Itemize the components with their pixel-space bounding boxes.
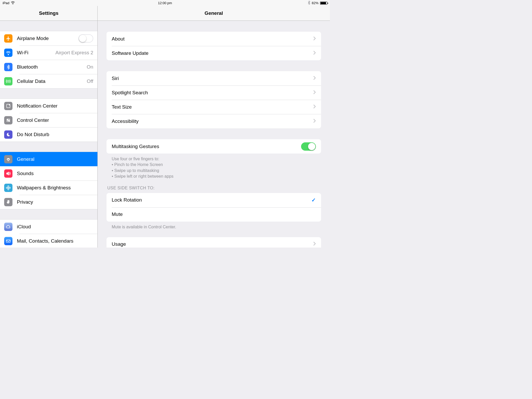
svg-point-9 (6, 187, 8, 188)
gear-icon (4, 155, 12, 163)
row-label: Accessibility (112, 118, 313, 124)
sidebar-item-privacy[interactable]: Privacy (0, 195, 97, 209)
row-label: Lock Rotation (112, 197, 311, 203)
page-title: General (98, 6, 330, 21)
sidebar-item-notification-center[interactable]: Notification Center (0, 99, 97, 113)
sidebar-item-wallpapers[interactable]: Wallpapers & Brightness (0, 181, 97, 195)
svg-point-3 (7, 119, 8, 120)
airplane-icon (4, 34, 12, 43)
row-mute[interactable]: Mute (107, 207, 321, 222)
sidebar-item-label: General (17, 156, 93, 162)
sidebar-item-bluetooth[interactable]: Bluetooth On (0, 60, 97, 74)
sidebar-item-label: Sounds (17, 171, 93, 176)
sidebar-item-label: Bluetooth (17, 64, 87, 70)
row-label: Mute (112, 211, 316, 217)
sidebar-item-label: Cellular Data (17, 78, 87, 84)
row-label: Siri (112, 76, 313, 81)
row-software-update[interactable]: Software Update (107, 46, 321, 60)
svg-point-10 (9, 187, 10, 188)
airplane-toggle[interactable] (78, 34, 93, 43)
svg-point-5 (9, 121, 9, 121)
bluetooth-icon (308, 1, 310, 5)
wifi-icon (4, 49, 12, 57)
control-center-icon (4, 116, 12, 124)
footer-note: Use four or five fingers to: • Pinch to … (107, 154, 321, 179)
svg-point-7 (8, 185, 9, 187)
chevron-right-icon (313, 51, 316, 56)
sidebar-item-value: Airport Express 2 (55, 50, 93, 56)
mail-icon (4, 237, 12, 245)
section-header-side-switch: Use Side Switch To: (107, 179, 321, 193)
chevron-right-icon (313, 90, 316, 95)
sidebar-item-airplane[interactable]: Airplane Mode (0, 31, 97, 45)
sidebar-item-label: Wi-Fi (17, 50, 55, 56)
row-about[interactable]: About (107, 32, 321, 46)
svg-point-8 (8, 189, 9, 190)
sidebar-item-label: Wallpapers & Brightness (17, 185, 93, 191)
row-spotlight[interactable]: Spotlight Search (107, 85, 321, 100)
multitasking-toggle[interactable] (301, 142, 316, 151)
sidebar-item-label: Notification Center (17, 103, 93, 109)
moon-icon (4, 130, 12, 139)
sidebar-item-value: On (87, 64, 93, 70)
row-multitasking-gestures[interactable]: Multitasking Gestures (107, 139, 321, 154)
row-label: Multitasking Gestures (112, 144, 301, 149)
row-siri[interactable]: Siri (107, 71, 321, 85)
row-label: Usage (112, 241, 313, 247)
sidebar-item-control-center[interactable]: Control Center (0, 113, 97, 127)
sidebar-item-value: Off (87, 78, 93, 84)
sidebar-item-label: Control Center (17, 117, 93, 123)
sidebar-item-sounds[interactable]: Sounds (0, 166, 97, 181)
sidebar-item-icloud[interactable]: iCloud (0, 220, 97, 234)
row-text-size[interactable]: Text Size (107, 100, 321, 114)
notification-center-icon (4, 102, 12, 110)
sidebar-item-label: Airplane Mode (17, 36, 78, 41)
row-lock-rotation[interactable]: Lock Rotation ✓ (107, 193, 321, 207)
main-panel: General About Software Update (98, 6, 330, 248)
checkmark-icon: ✓ (311, 197, 316, 203)
row-accessibility[interactable]: Accessibility (107, 114, 321, 128)
svg-point-6 (8, 187, 9, 188)
row-usage[interactable]: Usage (107, 237, 321, 248)
sidebar-item-wifi[interactable]: Wi-Fi Airport Express 2 (0, 45, 97, 60)
footer-note: Mute is available in Control Center. (107, 222, 321, 230)
sidebar: Settings Airplane Mode Wi-Fi Airport Exp… (0, 6, 98, 248)
cloud-icon (4, 223, 12, 231)
wifi-icon (11, 1, 15, 5)
sidebar-item-cellular[interactable]: Cellular Data Off (0, 74, 97, 88)
battery-percent: 82% (312, 1, 318, 5)
sidebar-item-general[interactable]: General (0, 152, 97, 166)
chevron-right-icon (313, 119, 316, 124)
sidebar-item-do-not-disturb[interactable]: Do Not Disturb (0, 127, 97, 142)
row-label: Software Update (112, 50, 313, 56)
bluetooth-icon (4, 63, 12, 71)
chevron-right-icon (313, 36, 316, 42)
flower-icon (4, 184, 12, 192)
status-bar: iPad 12:00 pm 82% (0, 0, 330, 6)
svg-point-1 (9, 104, 10, 105)
chevron-right-icon (313, 76, 316, 81)
speaker-icon (4, 169, 12, 178)
svg-rect-11 (6, 240, 10, 242)
row-label: Spotlight Search (112, 90, 313, 96)
chevron-right-icon (313, 242, 316, 247)
sidebar-item-label: Do Not Disturb (17, 132, 93, 137)
sidebar-item-label: Privacy (17, 199, 93, 205)
chevron-right-icon (313, 104, 316, 110)
row-label: About (112, 36, 313, 42)
sidebar-title: Settings (0, 6, 97, 21)
sidebar-item-label: Mail, Contacts, Calendars (17, 238, 93, 244)
cellular-icon (4, 77, 12, 85)
hand-icon (4, 198, 12, 206)
sidebar-item-label: iCloud (17, 224, 93, 230)
row-label: Text Size (112, 104, 313, 110)
battery-icon (320, 2, 327, 5)
device-label: iPad (3, 1, 9, 5)
clock: 12:00 pm (158, 1, 172, 5)
sidebar-item-mail[interactable]: Mail, Contacts, Calendars (0, 234, 97, 248)
